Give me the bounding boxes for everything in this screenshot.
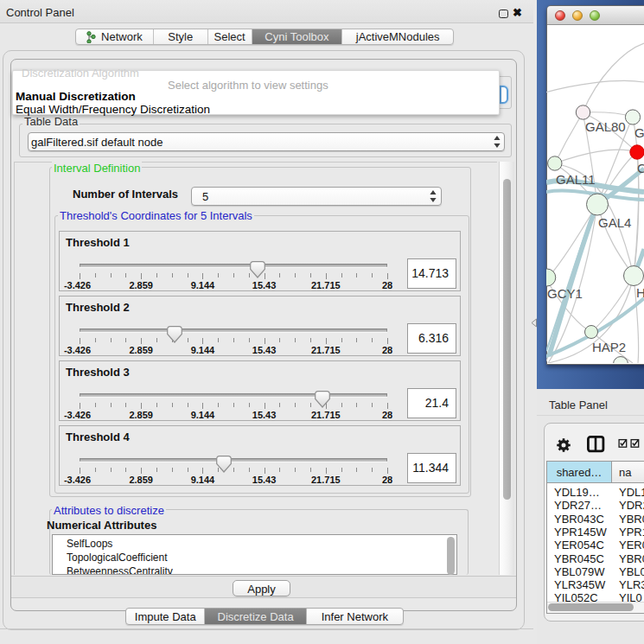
svg-text:GA: GA xyxy=(634,125,644,140)
svg-text:GCY1: GCY1 xyxy=(547,286,583,301)
svg-text:C: C xyxy=(637,161,644,175)
svg-text:HAP2: HAP2 xyxy=(592,340,626,354)
svg-text:H: H xyxy=(636,285,644,300)
svg-text:GAL80: GAL80 xyxy=(585,119,626,134)
svg-text:GAL11: GAL11 xyxy=(556,172,596,187)
svg-text:GAL4: GAL4 xyxy=(598,215,631,230)
